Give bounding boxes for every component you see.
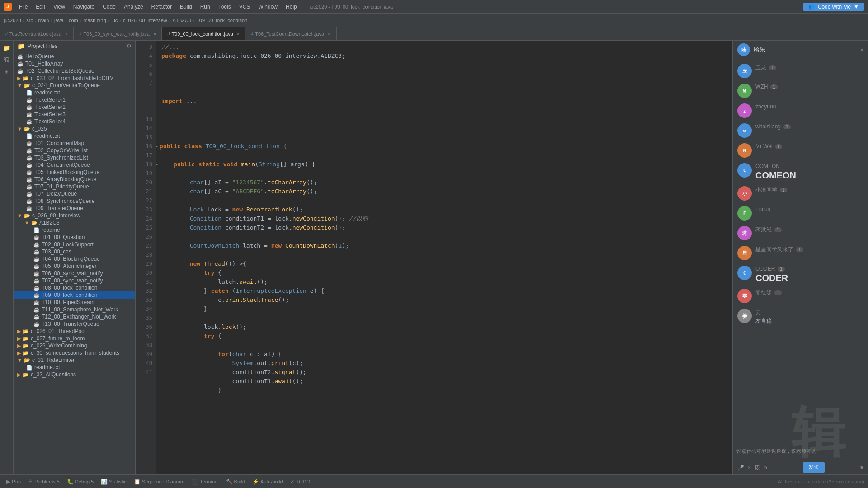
project-settings-icon[interactable]: ⚙ (127, 43, 132, 49)
tree-t10-piped[interactable]: ☕T10_00_PipedStream (14, 299, 135, 306)
structure-icon[interactable]: 🏗 (1, 54, 12, 65)
tab-testreentrantlock[interactable]: J TestReentrantLock.java × (0, 27, 74, 40)
tree-t07-sync[interactable]: ☕T07_00_sync_wait_notify (14, 277, 135, 284)
tab-sync-wait-notify[interactable]: J T06_00_sync_wait_notify.java × (74, 27, 162, 40)
breadcrumb-a1b2c3[interactable]: A1B2C3 (172, 18, 191, 23)
tab-close-1[interactable]: × (65, 31, 68, 37)
statistic-button[interactable]: 📊 Statistic (98, 478, 129, 486)
problems-button[interactable]: ⚠ Problems 5 (25, 478, 62, 486)
breadcrumb-java[interactable]: java (54, 18, 63, 23)
tab-close-3[interactable]: × (237, 31, 240, 37)
project-icon[interactable]: 📁 (1, 42, 12, 53)
tree-ticketseller2[interactable]: ☕TicketSeller2 (14, 103, 135, 111)
build-button[interactable]: 🔨 Build (223, 478, 248, 486)
menu-code[interactable]: Code (99, 3, 119, 11)
tree-ticketseller1[interactable]: ☕TicketSeller1 (14, 96, 135, 103)
tree-helloqueue[interactable]: ☕HelloQueue (14, 53, 135, 60)
tree-t12-exchanger[interactable]: ☕T12_00_Exchanger_Not_Work (14, 313, 135, 320)
menu-tools[interactable]: Tools (215, 3, 235, 11)
code-with-me-button[interactable]: 👥 Code with Me ▼ (803, 3, 864, 11)
tree-c30[interactable]: ▶📂c_30_somequestions_from_students (14, 349, 135, 357)
tree-c023[interactable]: ▶📂c_023_02_FromHashTableToCHM (14, 75, 135, 82)
tree-t13-transfer[interactable]: ☕T13_00_TransferQueue (14, 320, 135, 328)
tab-lock-condition[interactable]: J T09_00_lock_condition.java × (162, 27, 245, 40)
tree-c32[interactable]: ▶📂c_32_AliQuestions (14, 371, 135, 378)
breadcrumb-juc[interactable]: juc (111, 18, 118, 23)
tree-ticketseller4[interactable]: ☕TicketSeller4 (14, 118, 135, 125)
tree-c027[interactable]: ▶📂c_027_future_to_loom (14, 335, 135, 342)
tree-t09-transfer[interactable]: ☕T09_TransferQueue (14, 205, 135, 212)
tree-t06-array[interactable]: ☕T06_ArrayBlockingQueue (14, 176, 135, 183)
chat-settings-icon[interactable]: ⚙ (764, 465, 767, 471)
breadcrumb-src[interactable]: src (26, 18, 33, 23)
menu-analyze[interactable]: Analyze (120, 3, 147, 11)
tree-readme[interactable]: 📄readme (14, 226, 135, 234)
tree-c026-interview[interactable]: ▼📂c_026_00_interview (14, 212, 135, 219)
tree-t06-sync[interactable]: ☕T06_00_sync_wait_notify (14, 270, 135, 277)
tree-t02-locksupport[interactable]: ☕T02_00_LockSupport (14, 241, 135, 248)
breadcrumb-mashibing[interactable]: mashibing (83, 18, 106, 23)
menu-navigate[interactable]: Navigate (70, 3, 98, 11)
send-button[interactable]: 发送 (803, 462, 825, 473)
tree-t11-semaphore[interactable]: ☕T11_00_Semaphore_Not_Work (14, 306, 135, 313)
menu-build[interactable]: Build (176, 3, 196, 11)
breadcrumb-com[interactable]: com (69, 18, 78, 23)
breadcrumb-juc2020[interactable]: juc2020 (4, 18, 21, 23)
tree-c024-readme[interactable]: 📄readme.txt (14, 89, 135, 96)
tree-c025[interactable]: ▼📂c_025 (14, 125, 135, 132)
tree-t01-concurrentmap[interactable]: ☕T01_ConcurrentMap (14, 140, 135, 147)
favorites-icon[interactable]: ★ (1, 66, 12, 77)
tree-c024[interactable]: ▼📂c_024_FromVectorToQueue (14, 82, 135, 89)
tree-t01-question[interactable]: ☕T01_00_Question (14, 234, 135, 241)
tree-t08-lock[interactable]: ☕T08_00_lock_condition (14, 284, 135, 291)
tab-close-2[interactable]: × (153, 31, 156, 37)
menu-run[interactable]: Run (197, 3, 214, 11)
tree-t07-priority[interactable]: ☕T07_01_PriorityQueue (14, 183, 135, 190)
send-dropdown-arrow[interactable]: ▼ (860, 465, 863, 471)
tree-c025-readme[interactable]: 📄readme.txt (14, 132, 135, 140)
tree-t09-lock-selected[interactable]: ☕T09_00_lock_condition (14, 291, 135, 299)
menu-window[interactable]: Window (255, 3, 281, 11)
tree-c31-readme[interactable]: 📄readme.txt (14, 364, 135, 371)
menu-refactor[interactable]: Refactor (148, 3, 175, 11)
tree-t05-atomic[interactable]: ☕T05_00_AtomicInteger (14, 263, 135, 270)
chat-image-icon[interactable]: 🖼 (755, 465, 760, 471)
tree-t01-helloarray[interactable]: ☕T01_HelloArray (14, 60, 135, 67)
auto-build-button[interactable]: ⚡ Auto-build (250, 478, 286, 486)
tree-t02-collection[interactable]: ☕T02_CollectionListSetQueue (14, 67, 135, 75)
breadcrumb-main[interactable]: main (38, 18, 49, 23)
todo-button[interactable]: ✓ TODO (288, 478, 313, 486)
tree-t03-cas[interactable]: ☕T03_00_cas (14, 248, 135, 255)
menu-help[interactable]: Help (282, 3, 301, 11)
tree-c31[interactable]: ▼📂c_31_RateLimiter (14, 357, 135, 364)
tree-c029[interactable]: ▶📂c_029_WriteCombining (14, 342, 135, 349)
menu-file[interactable]: File (15, 3, 31, 11)
code-content[interactable]: //... package com.mashibing.juc.c_026_00… (156, 41, 732, 474)
tree-t07-delay[interactable]: ☕T07_DelayQueue (14, 190, 135, 197)
tab-close-4[interactable]: × (328, 31, 330, 37)
run-button[interactable]: ▶ Run (4, 478, 24, 486)
menu-edit[interactable]: Edit (32, 3, 49, 11)
run-arrow-16[interactable]: ▶ (156, 161, 158, 168)
chat-close-icon[interactable]: × (860, 47, 863, 53)
sequence-diagram-button[interactable]: 📋 Sequence Diagram (131, 478, 187, 486)
tree-t05-linked[interactable]: ☕T05_LinkedBlockingQueue (14, 169, 135, 176)
run-arrow-14[interactable]: ▶ (156, 143, 158, 150)
tab-countdown[interactable]: J T06_TestCountDownLatch.java × (245, 27, 336, 40)
chat-emoji-icon[interactable]: 🎤 (737, 465, 744, 471)
tree-t04-concurrent[interactable]: ☕T04_ConcurrentQueue (14, 161, 135, 169)
chat-mute-icon[interactable]: × (748, 465, 751, 471)
breadcrumb-class[interactable]: T09_00_lock_condition (196, 18, 247, 23)
tree-t02-copyonwrite[interactable]: ☕T02_CopyOnWriteList (14, 147, 135, 154)
menu-vcs[interactable]: VCS (236, 3, 254, 11)
breadcrumb-interview[interactable]: c_026_00_interview (123, 18, 167, 23)
menu-view[interactable]: View (50, 3, 69, 11)
tree-a1b2c3[interactable]: ▼📂A1B2C3 (14, 219, 135, 226)
debug-button[interactable]: 🐛 Debug 5 (64, 478, 97, 486)
tree-c026-01[interactable]: ▶📂c_026_01_ThreadPool (14, 328, 135, 335)
terminal-button[interactable]: ⬛ Terminal (189, 478, 222, 486)
tree-t03-synchronized[interactable]: ☕T03_SynchronizedList (14, 154, 135, 161)
tree-t08-sync[interactable]: ☕T08_SynchronousQueue (14, 197, 135, 205)
tree-t04-blocking[interactable]: ☕T04_00_BlockingQueue (14, 255, 135, 263)
tree-ticketseller3[interactable]: ☕TicketSeller3 (14, 111, 135, 118)
